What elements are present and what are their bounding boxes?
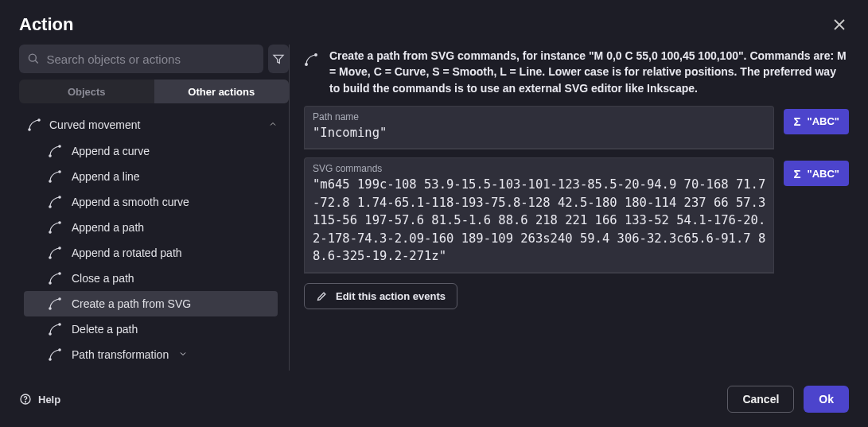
svg-point-9	[49, 231, 51, 233]
expression-mode-button[interactable]: Σ"ABC"	[784, 161, 849, 186]
tree-group-label: Curved movement	[49, 118, 140, 131]
param-label: Path name	[313, 111, 765, 122]
curve-icon	[48, 322, 62, 336]
svg-point-24	[25, 402, 25, 402]
dialog-title: Action	[19, 14, 73, 35]
svg-point-7	[49, 206, 51, 208]
sigma-icon: Σ	[793, 167, 800, 181]
tree-item-label: Append a smooth curve	[72, 196, 189, 208]
svg-point-4	[59, 146, 60, 147]
close-icon	[833, 18, 846, 31]
help-link[interactable]: Help	[19, 393, 60, 406]
curve-icon	[48, 347, 62, 362]
param-value: "m645 199c-108 53.9-15.5-103-101-123-85.…	[313, 176, 765, 265]
svg-point-0	[29, 54, 36, 61]
tree-item[interactable]: Append a rotated path	[24, 240, 278, 266]
tree-item[interactable]: Append a path	[24, 215, 278, 240]
curve-icon	[48, 144, 62, 158]
left-panel: Objects Other actions Curved movementApp…	[19, 45, 290, 371]
action-tree[interactable]: Curved movementAppend a curveAppend a li…	[19, 111, 289, 371]
svg-point-15	[49, 308, 51, 309]
tab-other-actions[interactable]: Other actions	[154, 80, 290, 103]
svg-point-5	[49, 181, 51, 182]
help-label: Help	[38, 394, 60, 406]
curve-icon	[27, 118, 41, 132]
help-icon	[19, 393, 32, 406]
tree-item-label: Delete a path	[72, 323, 138, 336]
tree-item[interactable]: Delete a path	[24, 316, 278, 342]
param-field[interactable]: SVG commands"m645 199c-108 53.9-15.5-103…	[304, 157, 774, 273]
tree-item[interactable]: Path transformation	[24, 342, 278, 367]
tree-item[interactable]: Create a path from SVG	[24, 291, 278, 316]
curve-icon	[48, 246, 62, 260]
edit-action-events-label: Edit this action events	[336, 290, 446, 302]
curve-icon	[48, 297, 62, 311]
search-box[interactable]	[19, 45, 263, 73]
sigma-label: "ABC"	[808, 168, 840, 180]
tree-item[interactable]: Append a curve	[24, 138, 278, 164]
curve-icon	[304, 51, 318, 65]
param-value: "Incoming"	[313, 124, 765, 142]
tab-objects[interactable]: Objects	[19, 80, 154, 103]
right-panel: Create a path from SVG commands, for ins…	[304, 45, 849, 371]
param-field[interactable]: Path name"Incoming"	[304, 106, 774, 149]
svg-point-18	[59, 324, 60, 325]
tree-item-label: Create a path from SVG	[72, 297, 191, 310]
svg-point-22	[315, 54, 317, 56]
svg-point-6	[59, 171, 60, 173]
curve-icon	[48, 169, 62, 184]
filter-button[interactable]	[268, 45, 289, 73]
tree-group-curved-movement[interactable]: Curved movement	[19, 111, 282, 138]
chevron-up-icon	[268, 118, 278, 131]
cancel-button[interactable]: Cancel	[727, 386, 794, 413]
tree-item-label: Append a rotated path	[72, 246, 182, 259]
sigma-icon: Σ	[793, 115, 800, 128]
tree-item-label: Close a path	[72, 272, 134, 285]
edit-action-events-button[interactable]: Edit this action events	[304, 283, 457, 309]
curve-icon	[48, 195, 62, 209]
svg-point-16	[59, 298, 60, 300]
svg-point-8	[59, 196, 60, 198]
param-label: SVG commands	[313, 163, 765, 174]
svg-point-2	[38, 119, 40, 121]
tree-item[interactable]: Append a smooth curve	[24, 189, 278, 215]
svg-point-14	[59, 273, 60, 274]
tree-item-label: Append a path	[72, 221, 144, 234]
chevron-down-icon	[178, 348, 188, 361]
tree-item-label: Path transformation	[72, 348, 169, 361]
pencil-icon	[316, 290, 328, 302]
tree-item-label: Append a line	[72, 170, 140, 183]
svg-point-13	[49, 282, 51, 284]
tree-item[interactable]: Append a line	[24, 164, 278, 189]
svg-point-10	[59, 222, 60, 223]
search-icon	[27, 52, 40, 66]
curve-icon	[48, 220, 62, 235]
svg-point-3	[49, 155, 51, 157]
svg-point-17	[49, 333, 51, 335]
svg-point-20	[59, 349, 60, 351]
curve-icon	[48, 271, 62, 285]
svg-point-19	[49, 359, 51, 360]
svg-point-1	[29, 129, 30, 130]
search-input[interactable]	[46, 52, 255, 66]
svg-point-21	[306, 64, 308, 66]
filter-icon	[272, 52, 285, 65]
tree-item-label: Append a curve	[72, 145, 150, 157]
sigma-label: "ABC"	[808, 115, 840, 127]
action-description: Create a path from SVG commands, for ins…	[329, 48, 849, 96]
ok-button[interactable]: Ok	[804, 386, 849, 413]
svg-point-12	[59, 247, 60, 249]
svg-point-11	[49, 257, 51, 258]
close-button[interactable]	[830, 15, 849, 34]
tree-item[interactable]: Close a path	[24, 266, 278, 291]
expression-mode-button[interactable]: Σ"ABC"	[784, 109, 849, 134]
